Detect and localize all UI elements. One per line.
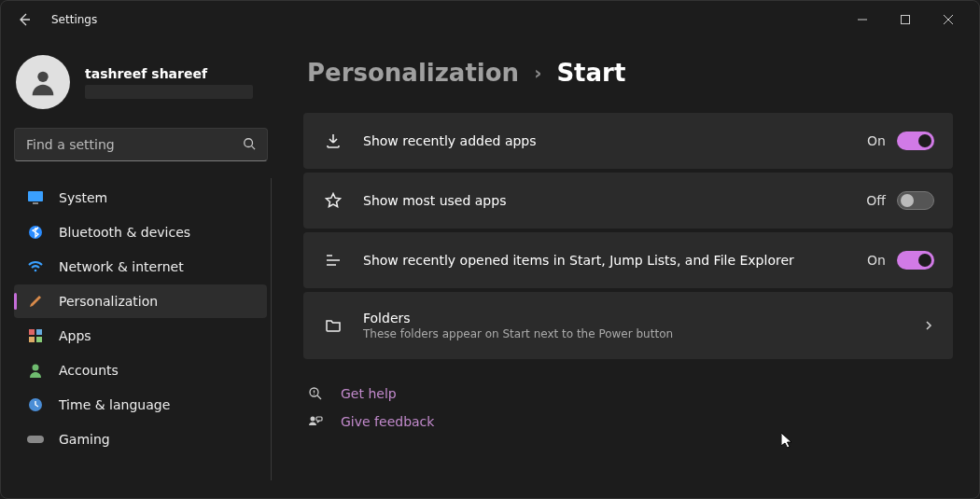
breadcrumb-parent[interactable]: Personalization [307,59,519,87]
sidebar-item-bluetooth[interactable]: Bluetooth & devices [14,215,267,249]
svg-rect-4 [33,202,38,204]
chevron-right-icon: › [534,62,541,84]
search-input[interactable]: Find a setting [14,128,268,161]
avatar [16,55,70,109]
wifi-icon [27,258,44,275]
arrow-left-icon [17,12,32,27]
svg-rect-0 [902,16,910,24]
title-bar: Settings [1,1,979,38]
sidebar-item-system[interactable]: System [14,181,267,215]
apps-icon [27,327,44,344]
svg-rect-7 [29,329,35,335]
sidebar-item-label: Time & language [59,397,170,412]
svg-rect-17 [316,417,322,421]
sidebar-item-apps[interactable]: Apps [14,319,267,353]
profile-name: tashreef shareef [85,66,253,81]
back-button[interactable] [10,6,38,34]
sidebar: tashreef shareef Find a setting System [1,38,281,498]
svg-point-2 [245,138,253,146]
setting-most-used-apps[interactable]: Show most used apps Off [303,173,953,229]
setting-title: Show most used apps [363,193,866,208]
profile-block[interactable]: tashreef shareef [10,46,272,126]
toggle-switch[interactable] [897,251,934,270]
breadcrumb-current: Start [556,59,625,87]
search-icon [243,137,256,153]
nav: System Bluetooth & devices Network & int… [10,178,272,480]
setting-title: Show recently opened items in Start, Jum… [363,253,867,268]
svg-rect-10 [36,337,42,342]
minimize-icon [858,15,867,24]
svg-point-16 [311,417,315,422]
window-controls [841,6,970,34]
toggle-status: On [867,133,886,148]
help-icon [307,386,324,401]
sidebar-item-label: Network & internet [59,259,184,274]
feedback-icon [307,414,324,429]
brush-icon [27,293,44,310]
clock-icon [27,396,44,413]
folder-icon [322,318,344,333]
svg-point-11 [33,365,39,371]
bluetooth-icon [27,224,44,241]
person-icon [27,362,44,379]
content: Personalization › Start Show recently ad… [281,38,979,498]
profile-email-placeholder [85,85,253,99]
setting-subtitle: These folders appear on Start next to th… [363,327,923,340]
svg-rect-8 [36,329,42,335]
sidebar-item-label: Accounts [59,363,119,378]
setting-folders[interactable]: Folders These folders appear on Start ne… [303,292,953,359]
setting-title: Show recently added apps [363,133,867,148]
setting-recent-items[interactable]: Show recently opened items in Start, Jum… [303,232,953,288]
minimize-button[interactable] [841,6,884,34]
svg-point-1 [37,72,48,82]
chevron-right-icon [923,317,934,335]
download-icon [322,132,344,149]
link-label: Get help [341,386,397,401]
maximize-button[interactable] [884,6,927,34]
get-help-link[interactable]: Get help [307,380,949,408]
svg-rect-3 [28,191,43,201]
star-icon [322,192,344,209]
close-icon [944,15,953,24]
sidebar-item-label: Apps [59,328,91,343]
gamepad-icon [27,431,44,448]
setting-title: Folders [363,311,923,326]
toggle-status: On [867,253,886,268]
monitor-icon [27,189,44,206]
sidebar-item-label: Personalization [59,294,158,309]
help-links: Get help Give feedback [303,363,953,452]
svg-rect-9 [29,337,35,342]
svg-point-15 [314,394,315,395]
sidebar-item-label: Gaming [59,432,110,447]
sidebar-item-label: System [59,190,107,205]
app-title: Settings [51,13,97,26]
close-button[interactable] [927,6,970,34]
setting-recently-added-apps[interactable]: Show recently added apps On [303,113,953,169]
toggle-switch[interactable] [897,191,934,210]
list-icon [322,253,344,268]
sidebar-item-personalization[interactable]: Personalization [14,284,267,318]
sidebar-item-gaming[interactable]: Gaming [14,423,267,456]
sidebar-item-time-language[interactable]: Time & language [14,388,267,422]
sidebar-item-label: Bluetooth & devices [59,225,190,240]
sidebar-item-network[interactable]: Network & internet [14,250,267,284]
link-label: Give feedback [341,414,434,429]
toggle-switch[interactable] [897,132,934,150]
sidebar-item-accounts[interactable]: Accounts [14,353,267,387]
toggle-status: Off [866,193,886,208]
person-icon [27,66,59,98]
svg-rect-13 [27,436,44,443]
svg-point-6 [35,270,37,272]
search-placeholder: Find a setting [26,137,115,152]
give-feedback-link[interactable]: Give feedback [307,408,949,436]
breadcrumb: Personalization › Start [303,53,953,113]
maximize-icon [901,15,910,24]
